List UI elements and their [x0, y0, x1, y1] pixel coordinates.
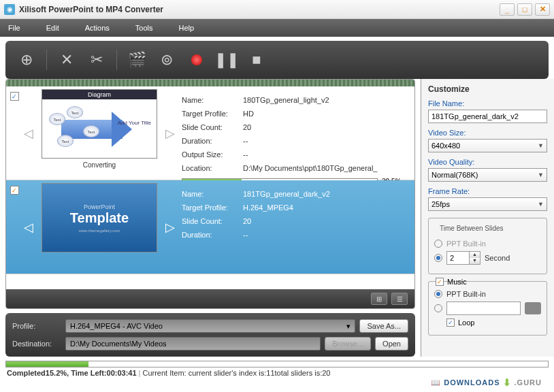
chevron-down-icon: ▼ [538, 201, 544, 208]
list-toolbar: ⊞ ☰ [6, 289, 414, 308]
time-left-value: 00:03:41 [107, 369, 137, 377]
info-duration-label: Duration: [182, 231, 243, 239]
info-location-value: D:\My Documents\ppt\180TGp_general_ [243, 164, 409, 172]
minimize-button[interactable]: _ [500, 3, 515, 16]
thumb-big-text: Template [70, 210, 129, 226]
maximize-button[interactable]: □ [517, 3, 532, 16]
toolbar: ⊕ ✕ ✂ 🎬 ⊚ ❚❚ ■ [5, 41, 549, 79]
info-slides-label: Slide Count: [182, 123, 243, 131]
spin-up-icon[interactable]: ▲ [470, 252, 480, 258]
current-index: 11 [266, 369, 274, 377]
output-settings-bar: Profile: H.264_MPEG4 - AVC Video▾ Save A… [5, 313, 415, 357]
slide-thumbnail: PowerPoint Template www.themegallery.com [42, 183, 157, 252]
info-profile-label: Target Profile: [182, 110, 243, 118]
settings-icon[interactable]: ⊚ [157, 50, 177, 70]
status-bar: Completed 15.2% , Time Left: 00:03:41 | … [0, 361, 554, 392]
list-ruler [6, 80, 414, 86]
watermark: 📖 DOWNLOADS ⬇ .GURU [431, 377, 542, 388]
item-list: ✓ ◁ Diagram Text Text Text Text Add Your… [5, 79, 415, 309]
completed-prefix: Completed [7, 369, 46, 377]
app-icon [4, 4, 15, 15]
stop-icon[interactable]: ■ [246, 50, 267, 70]
info-duration-value: -- [243, 137, 409, 145]
book-icon: 📖 [431, 378, 441, 387]
item-checkbox[interactable]: ✓ [10, 92, 19, 101]
seconds-input[interactable] [447, 252, 469, 264]
filename-label: File Name: [428, 99, 547, 108]
thumb-subtitle: Add Your Title [118, 120, 151, 126]
info-slides-value: 20 [243, 123, 409, 131]
list-item[interactable]: ✓ ◁ Diagram Text Text Text Text Add Your… [6, 86, 414, 180]
menu-help[interactable]: Help [178, 24, 194, 32]
loop-checkbox[interactable]: ✓ [446, 318, 455, 327]
download-icon: ⬇ [503, 377, 512, 388]
next-slide-arrow[interactable]: ▷ [164, 180, 176, 274]
music-ppt-builtin-label: PPT Built-in [446, 290, 486, 298]
list-item[interactable]: ✓ ◁ PowerPoint Template www.themegallery… [6, 180, 414, 274]
ppt-builtin-label: PPT Built-in [446, 240, 486, 248]
thumbnail-view-button[interactable]: ⊞ [371, 293, 387, 305]
clapper-icon[interactable]: 🎬 [127, 50, 147, 70]
seconds-label: Second [485, 254, 510, 262]
music-ppt-builtin-radio[interactable] [434, 290, 442, 298]
thumb-url-text: www.themegallery.com [78, 229, 120, 233]
total-label: total sliders is: [275, 369, 323, 377]
open-button[interactable]: Open [375, 337, 408, 350]
customize-title: Customize [428, 84, 547, 94]
toolbar-separator [116, 50, 117, 70]
title-bar: Xilisoft PowerPoint to MP4 Converter _ □… [0, 0, 554, 19]
remove-icon[interactable]: ✕ [56, 50, 77, 70]
menu-actions[interactable]: Actions [85, 24, 110, 32]
quality-label: Video Quality: [428, 158, 547, 166]
prev-slide-arrow[interactable]: ◁ [22, 180, 35, 274]
music-file-radio[interactable] [434, 304, 442, 312]
info-output-value: -- [243, 150, 409, 159]
quality-select[interactable]: Normal(768K)▼ [428, 168, 547, 182]
menu-edit[interactable]: Edit [46, 24, 59, 32]
browse-folder-icon[interactable] [525, 302, 541, 314]
destination-field[interactable]: D:\My Documents\My Videos [65, 337, 321, 350]
spin-down-icon[interactable]: ▼ [470, 258, 480, 264]
record-icon[interactable] [186, 50, 207, 70]
list-view-button[interactable]: ☰ [391, 293, 408, 305]
window-title: Xilisoft PowerPoint to MP4 Converter [19, 5, 500, 14]
total-value: 20 [322, 369, 330, 377]
next-slide-arrow[interactable]: ▷ [164, 86, 176, 180]
seconds-spinner[interactable]: ▲▼ [446, 251, 480, 265]
info-name-value: 180TGp_general_light_v2 [243, 96, 409, 104]
close-button[interactable]: ✕ [535, 3, 550, 16]
seconds-radio[interactable] [434, 254, 442, 262]
music-checkbox[interactable]: ✓ [436, 278, 444, 286]
add-file-icon[interactable]: ⊕ [16, 50, 37, 70]
menu-file[interactable]: File [8, 24, 20, 32]
loop-label: Loop [458, 318, 474, 327]
profile-label: Profile: [12, 322, 61, 330]
videosize-label: Video Size: [428, 129, 547, 137]
pause-icon[interactable]: ❚❚ [216, 50, 237, 70]
info-profile-value: HD [243, 110, 409, 118]
save-as-button[interactable]: Save As... [359, 319, 408, 333]
current-item-label: Current Item: current slider's index is: [142, 369, 266, 377]
clear-icon[interactable]: ✂ [86, 50, 107, 70]
music-file-input[interactable] [446, 301, 521, 315]
time-left-label: , Time Left: [67, 369, 106, 377]
profile-dropdown[interactable]: H.264_MPEG4 - AVC Video▾ [65, 319, 355, 333]
framerate-select[interactable]: 25fps▼ [428, 197, 547, 211]
browse-button[interactable]: Browse... [325, 337, 371, 350]
filename-input[interactable] [428, 110, 547, 123]
time-between-title: Time Between Slides [437, 225, 506, 232]
ppt-builtin-radio[interactable] [434, 240, 442, 248]
menu-bar: File Edit Actions Tools Help [0, 19, 554, 37]
completed-pct: 15.2% [46, 369, 67, 377]
info-duration-label: Duration: [182, 137, 243, 145]
thumb-status: Converting [83, 161, 116, 169]
slide-thumbnail: Diagram Text Text Text Text Add Your Tit… [42, 89, 157, 159]
info-slides-label: Slide Count: [182, 217, 243, 225]
item-checkbox[interactable]: ✓ [10, 186, 19, 195]
info-slides-value: 20 [243, 217, 409, 225]
menu-tools[interactable]: Tools [135, 24, 153, 32]
prev-slide-arrow[interactable]: ◁ [22, 86, 35, 180]
overall-progress-bar [5, 361, 549, 368]
music-title: Music [447, 278, 467, 286]
videosize-select[interactable]: 640x480▼ [428, 139, 547, 152]
